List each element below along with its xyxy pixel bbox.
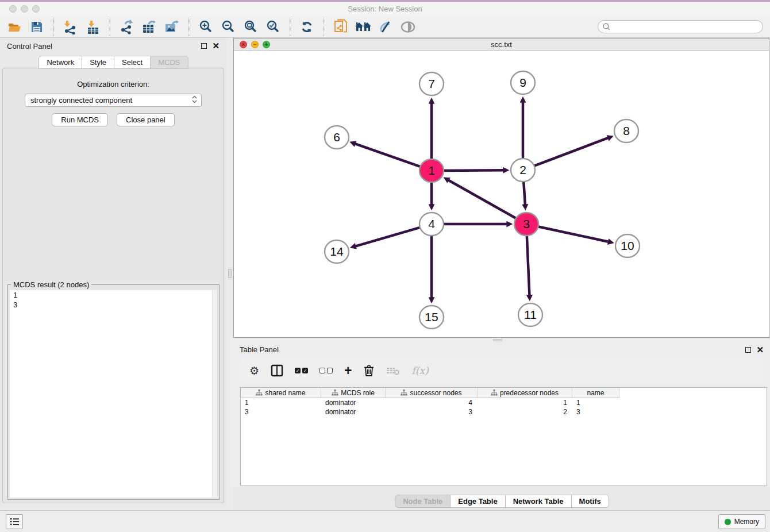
save-icon[interactable] <box>28 19 45 35</box>
result-scrollbar[interactable] <box>212 290 217 498</box>
tab-mcds[interactable]: MCDS <box>150 56 188 69</box>
network-graph[interactable]: 7968124314101511 <box>234 51 769 337</box>
import-table-icon[interactable] <box>84 19 102 35</box>
mcds-result-text[interactable]: 13 <box>10 290 217 498</box>
toolbar-separator <box>324 18 324 36</box>
export-network-icon[interactable] <box>118 19 136 35</box>
hierarchy-icon <box>401 390 407 396</box>
edge-3-1[interactable] <box>448 180 517 219</box>
network-window-titlebar[interactable]: × − + scc.txt <box>234 38 769 51</box>
search-box[interactable] <box>598 20 763 33</box>
edge-4-14[interactable] <box>355 227 421 246</box>
task-history-button[interactable] <box>6 514 23 529</box>
node-6[interactable]: 6 <box>325 126 349 149</box>
minimize-window-button[interactable] <box>21 5 28 13</box>
node-2[interactable]: 2 <box>511 159 535 182</box>
edge-2-3[interactable] <box>523 181 525 205</box>
svg-text:14: 14 <box>330 245 344 258</box>
zoom-selected-icon[interactable] <box>264 19 282 35</box>
cell-name[interactable]: 1 <box>572 398 619 407</box>
criterion-dropdown[interactable]: strongly connected component <box>25 94 202 107</box>
tab-select[interactable]: Select <box>114 56 151 69</box>
tab-network-table[interactable]: Network Table <box>505 495 572 508</box>
cell-mcds-role[interactable]: dominator <box>321 407 386 417</box>
refresh-icon[interactable] <box>298 19 315 35</box>
show-columns-icon[interactable] <box>271 363 283 378</box>
node-3[interactable]: 3 <box>514 213 538 236</box>
close-frame-icon[interactable]: × <box>240 41 247 48</box>
cell-mcds-role[interactable]: dominator <box>321 398 386 407</box>
zoom-fit-icon[interactable] <box>242 19 259 35</box>
export-table-icon[interactable] <box>141 19 158 35</box>
node-4[interactable]: 4 <box>419 213 444 236</box>
export-image-icon[interactable] <box>163 19 180 35</box>
delete-column-icon[interactable] <box>363 363 375 378</box>
cell-shared-name[interactable]: 1 <box>241 398 321 407</box>
show-details-icon[interactable] <box>399 19 417 35</box>
close-window-button[interactable] <box>9 5 17 13</box>
deselect-all-columns-icon[interactable] <box>319 363 333 378</box>
node-10[interactable]: 10 <box>615 234 640 257</box>
table-row[interactable]: 3dominator323 <box>241 407 767 417</box>
maximize-frame-icon[interactable]: + <box>263 41 270 48</box>
edge-1-2[interactable] <box>442 170 504 171</box>
cell-successor-nodes[interactable]: 3 <box>386 407 478 417</box>
float-panel-icon[interactable] <box>745 347 751 353</box>
search-input[interactable] <box>611 22 763 32</box>
network-window: × − + scc.txt 7968124314101511 <box>233 38 769 338</box>
node-15[interactable]: 15 <box>419 306 444 329</box>
run-mcds-button[interactable]: Run MCDS <box>52 113 108 126</box>
cell-predecessor-nodes[interactable]: 1 <box>478 398 572 407</box>
splitter-handle[interactable] <box>493 339 502 341</box>
open-folder-icon[interactable] <box>6 19 23 35</box>
edge-2-8[interactable] <box>533 138 609 167</box>
add-column-icon[interactable]: + <box>344 363 352 378</box>
tab-motifs[interactable]: Motifs <box>571 495 609 508</box>
node-9[interactable]: 9 <box>511 71 535 94</box>
memory-button[interactable]: Memory <box>718 514 765 529</box>
node-8[interactable]: 8 <box>614 119 638 142</box>
node-14[interactable]: 14 <box>325 240 349 263</box>
edge-3-10[interactable] <box>537 226 609 242</box>
control-panel-tabs: NetworkStyleSelectMCDS <box>0 56 226 69</box>
node-table[interactable]: shared nameMCDS rolesuccessor nodesprede… <box>240 387 767 486</box>
toolbar-separator <box>188 18 189 36</box>
cell-predecessor-nodes[interactable]: 2 <box>478 407 572 417</box>
node-11[interactable]: 11 <box>518 303 542 326</box>
float-panel-icon[interactable] <box>201 43 207 49</box>
vertical-splitter[interactable] <box>226 38 233 507</box>
table-settings-icon[interactable]: ⚙ <box>249 363 259 378</box>
network-from-file-icon[interactable] <box>332 19 349 35</box>
zoom-out-icon[interactable] <box>220 19 237 35</box>
horizontal-splitter[interactable] <box>233 338 770 342</box>
close-panel-icon[interactable]: ✕ <box>212 43 220 49</box>
import-network-icon[interactable] <box>62 19 79 35</box>
table-row[interactable]: 1dominator411 <box>241 398 767 407</box>
cell-successor-nodes[interactable]: 4 <box>386 398 478 407</box>
column-header-name[interactable]: name <box>572 388 619 398</box>
tab-style[interactable]: Style <box>82 56 114 69</box>
edge-1-6[interactable] <box>355 144 421 167</box>
cell-shared-name[interactable]: 3 <box>241 407 321 417</box>
edge-3-11[interactable] <box>527 235 530 296</box>
home-icon[interactable] <box>355 19 372 35</box>
column-header-shared-name[interactable]: shared name <box>241 388 321 398</box>
node-7[interactable]: 7 <box>419 72 444 95</box>
node-1[interactable]: 1 <box>419 159 444 182</box>
splitter-handle[interactable] <box>228 269 232 278</box>
cell-name[interactable]: 3 <box>572 407 619 417</box>
select-all-columns-icon[interactable]: ✓✓ <box>295 363 308 378</box>
hide-details-icon[interactable] <box>377 19 394 35</box>
tab-edge-table[interactable]: Edge Table <box>450 495 505 508</box>
zoom-window-button[interactable] <box>32 5 40 13</box>
tab-node-table[interactable]: Node Table <box>395 495 451 508</box>
close-panel-button[interactable]: Close panel <box>117 113 175 126</box>
close-panel-icon[interactable]: ✕ <box>756 347 764 353</box>
column-header-mcds-role[interactable]: MCDS role <box>321 388 386 398</box>
column-header-predecessor-nodes[interactable]: predecessor nodes <box>478 388 572 398</box>
zoom-in-icon[interactable] <box>197 19 214 35</box>
tab-network[interactable]: Network <box>38 56 82 69</box>
minimize-frame-icon[interactable]: − <box>251 41 259 48</box>
column-header-successor-nodes[interactable]: successor nodes <box>386 388 478 398</box>
network-canvas[interactable]: 7968124314101511 <box>234 51 769 337</box>
